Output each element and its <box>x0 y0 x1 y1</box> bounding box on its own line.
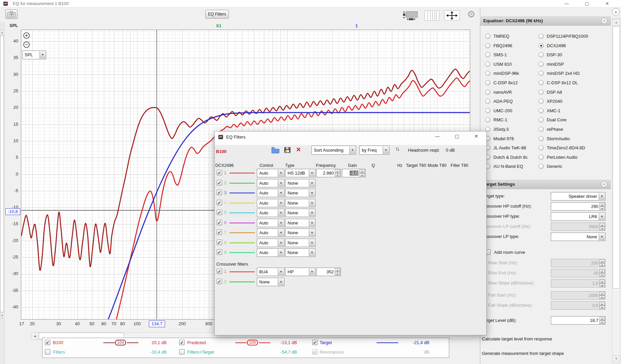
legend-checkbox-resonances[interactable]: ✓ <box>312 349 318 355</box>
device-radio[interactable] <box>539 80 544 85</box>
spin-down-icon[interactable]: ▼ <box>599 227 605 231</box>
eq-filters-toolbar-button[interactable]: EQ Filters <box>205 10 229 19</box>
chevron-down-icon[interactable]: ▼ <box>278 268 284 275</box>
target-row-select[interactable]: None▼ <box>551 233 605 241</box>
chevron-down-icon[interactable]: ▼ <box>309 209 315 216</box>
collapse-section-icon[interactable]: » <box>601 18 608 24</box>
target-row-select[interactable]: Speaker driver▼ <box>551 192 605 201</box>
device-radio[interactable] <box>485 90 490 95</box>
spin-down-icon[interactable]: ▼ <box>599 321 605 324</box>
chevron-down-icon[interactable]: ▼ <box>278 180 284 187</box>
pan-mode-button[interactable] <box>444 10 460 21</box>
chevron-down-icon[interactable]: ▼ <box>278 239 284 246</box>
crossover-enable-checkbox[interactable]: ✓ <box>217 279 222 284</box>
chevron-down-icon[interactable]: ▼ <box>309 170 315 177</box>
spin-up-icon[interactable]: ▲ <box>599 260 605 263</box>
chevron-down-icon[interactable]: ▼ <box>309 180 315 187</box>
target-row-spinner[interactable]: 290▲▼ <box>551 202 605 211</box>
legend-checkbox-filters[interactable] <box>45 349 50 355</box>
legend-checkbox-predicted[interactable]: ✓ <box>179 340 185 345</box>
device-radio[interactable] <box>539 136 544 141</box>
device-radio[interactable] <box>485 34 490 39</box>
device-radio[interactable] <box>485 43 490 48</box>
spin-down-icon[interactable]: ▼ <box>599 306 605 309</box>
left-scroll-thumb[interactable] <box>0 36 4 312</box>
chevron-down-icon[interactable]: ▼ <box>278 249 284 256</box>
spin-down-icon[interactable]: ▼ <box>599 207 605 210</box>
capture-image-button[interactable] <box>5 9 18 19</box>
spin-down-icon[interactable]: ▼ <box>335 173 340 177</box>
filter-enable-checkbox[interactable]: ✓ <box>217 249 222 255</box>
spin-up-icon[interactable]: ▲ <box>599 270 605 273</box>
filter-control-select[interactable]: Auto▼ <box>257 229 285 237</box>
spin-down-icon[interactable]: ▼ <box>335 272 340 276</box>
chevron-down-icon[interactable]: ▼ <box>599 213 605 220</box>
delete-filters-icon[interactable]: ✕ <box>296 146 301 153</box>
panel-scroll-thumb[interactable] <box>613 26 620 289</box>
device-radio[interactable] <box>539 62 544 67</box>
device-radio[interactable] <box>539 155 544 160</box>
room-row-spinner[interactable]: 0,5▲▼ <box>551 301 605 310</box>
equaliser-panel-header[interactable]: Equaliser: DCX2496 (96 kHz) » <box>480 16 611 26</box>
axis-quantity-select[interactable]: SPL ▼ <box>22 51 46 59</box>
load-filters-button[interactable] <box>271 147 279 155</box>
panel-expand-icon[interactable]: » <box>612 8 620 16</box>
chevron-down-icon[interactable]: ▼ <box>349 146 355 154</box>
filter-type-select[interactable]: None▼ <box>285 189 316 197</box>
chevron-down-icon[interactable]: ▼ <box>309 189 315 196</box>
sort-by-select[interactable]: by Freq ▼ <box>359 146 389 155</box>
spin-up-icon[interactable]: ▲ <box>599 317 605 321</box>
left-scroll-up-icon[interactable]: ▲ <box>0 30 4 35</box>
dialog-close-button[interactable]: ✕ <box>471 133 481 139</box>
target-row-select[interactable]: LR6▼ <box>551 212 605 221</box>
save-filters-button[interactable] <box>284 147 291 155</box>
device-radio[interactable] <box>539 108 544 113</box>
filter-type-select[interactable]: None▼ <box>285 219 316 227</box>
device-radio[interactable] <box>485 108 490 113</box>
filter-type-select[interactable]: None▼ <box>285 199 316 207</box>
room-row-spinner[interactable]: 1000▲▼ <box>551 291 605 300</box>
chevron-down-icon[interactable]: ▼ <box>278 209 284 216</box>
spin-up-icon[interactable]: ▲ <box>599 302 605 306</box>
zoom-out-button[interactable]: − <box>23 41 30 48</box>
panel-scroll-up-icon[interactable]: ▲ <box>612 19 620 26</box>
collapse-section-icon[interactable]: » <box>601 181 608 187</box>
filter-frequency-spinner[interactable]: 2.980▲▼ <box>316 169 341 177</box>
filter-enable-checkbox[interactable]: ✓ <box>217 190 222 195</box>
calculate-target-level-button[interactable]: Calculate target level from response <box>482 336 552 341</box>
filter-type-select[interactable]: None▼ <box>285 229 316 237</box>
frequency-bands-button[interactable] <box>425 10 439 21</box>
filter-control-select[interactable]: Auto▼ <box>257 209 285 217</box>
filter-enable-checkbox[interactable]: ✓ <box>217 180 222 185</box>
device-radio[interactable] <box>485 80 490 85</box>
chevron-down-icon[interactable]: ▼ <box>278 200 284 207</box>
target-row-spinner[interactable]: 2500▲▼ <box>551 222 605 231</box>
spin-up-icon[interactable]: ▲ <box>599 203 605 207</box>
target-settings-header[interactable]: Target Settings » <box>480 180 611 189</box>
chevron-down-icon[interactable]: ▼ <box>278 219 284 226</box>
chevron-down-icon[interactable]: ▼ <box>309 239 315 246</box>
settings-gear-icon[interactable]: ⚙ <box>466 9 477 20</box>
chevron-down-icon[interactable]: ▼ <box>39 51 46 59</box>
scroll-left-icon[interactable]: ◀ <box>31 332 38 340</box>
dialog-titlebar[interactable] <box>215 131 486 145</box>
panel-scroll-down-icon[interactable]: ▼ <box>612 355 620 362</box>
sort-mode-select[interactable]: Sort Ascending ▼ <box>312 146 356 155</box>
target-level-spinner[interactable]: 18,7▲▼ <box>551 316 605 325</box>
chevron-down-icon[interactable]: ▼ <box>278 189 284 196</box>
filter-enable-checkbox[interactable]: ✓ <box>217 210 222 215</box>
legend-checkbox-target[interactable]: ✓ <box>312 340 318 345</box>
filter-type-select[interactable]: None▼ <box>285 209 316 217</box>
filter-control-select[interactable]: Auto▼ <box>257 179 285 187</box>
filter-enable-checkbox[interactable]: ✓ <box>217 200 222 205</box>
chevron-down-icon[interactable]: ▼ <box>309 200 315 207</box>
spin-up-icon[interactable]: ▲ <box>335 268 340 272</box>
device-radio[interactable] <box>539 34 544 39</box>
spin-up-icon[interactable]: ▲ <box>599 292 605 296</box>
filter-control-select[interactable]: Auto▼ <box>257 169 285 177</box>
minimize-button[interactable]: — <box>562 1 572 7</box>
spin-down-icon[interactable]: ▼ <box>599 296 605 299</box>
spin-up-icon[interactable]: ▲ <box>335 170 340 173</box>
chevron-down-icon[interactable]: ▼ <box>309 229 315 236</box>
crossover-enable-checkbox[interactable]: ✓ <box>217 269 222 274</box>
